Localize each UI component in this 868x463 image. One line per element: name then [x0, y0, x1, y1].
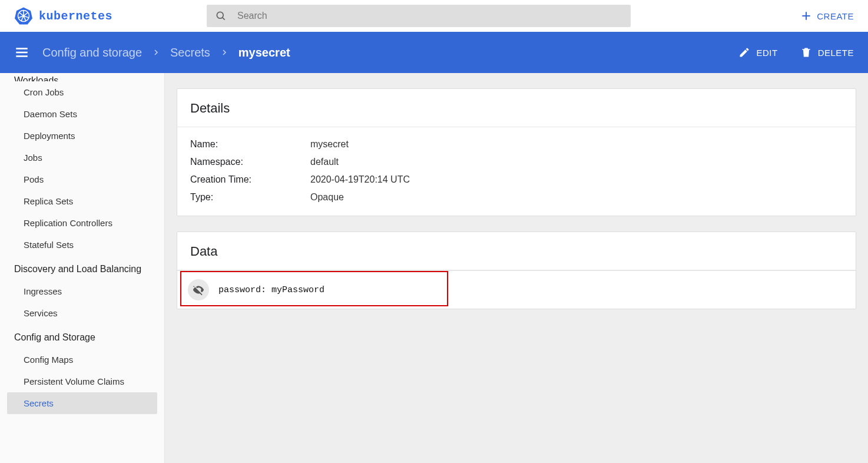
brand-text: kubernetes — [39, 9, 112, 23]
edit-label: EDIT — [756, 48, 777, 58]
svg-point-8 — [22, 15, 25, 17]
chevron-right-icon — [153, 49, 160, 56]
breadcrumb: Config and storage Secrets mysecret — [42, 46, 290, 59]
search-icon — [215, 10, 227, 22]
delete-label: DELETE — [818, 48, 854, 58]
details-key: Namespace: — [190, 157, 310, 167]
details-value: default — [310, 157, 339, 167]
sidebar-item-deployments[interactable]: Deployments — [0, 125, 164, 147]
create-label: CREATE — [817, 11, 854, 21]
details-key: Name: — [190, 139, 310, 150]
details-row: Type:Opaque — [190, 188, 843, 206]
sidebar-group-title: Workloads — [0, 73, 164, 81]
details-rows: Name:mysecretNamespace:defaultCreation T… — [177, 127, 856, 216]
action-buttons: EDIT DELETE — [738, 47, 854, 58]
details-row: Creation Time:2020-04-19T20:14 UTC — [190, 171, 843, 188]
sidebar-item-daemon-sets[interactable]: Daemon Sets — [0, 103, 164, 125]
kubernetes-wheel-icon — [14, 6, 33, 25]
svg-point-9 — [217, 12, 223, 18]
sidebar-item-config-maps[interactable]: Config Maps — [0, 349, 164, 371]
data-title: Data — [177, 232, 856, 270]
sidebar-item-persistent-volume-claims[interactable]: Persistent Volume Claims — [0, 371, 164, 392]
search-input[interactable] — [237, 11, 622, 21]
sidebar: WorkloadsCron JobsDaemon SetsDeployments… — [0, 73, 165, 463]
toggle-visibility-button[interactable] — [188, 279, 209, 300]
sidebar-item-ingresses[interactable]: Ingresses — [0, 280, 164, 302]
sidebar-item-cron-jobs[interactable]: Cron Jobs — [0, 81, 164, 103]
delete-button[interactable]: DELETE — [800, 47, 854, 58]
details-row: Name:mysecret — [190, 135, 843, 153]
sidebar-item-stateful-sets[interactable]: Stateful Sets — [0, 234, 164, 256]
data-entry-value: myPassword — [271, 285, 324, 295]
details-key: Type: — [190, 192, 310, 203]
details-row: Namespace:default — [190, 153, 843, 171]
create-button[interactable]: CREATE — [800, 10, 854, 22]
details-card: Details Name:mysecretNamespace:defaultCr… — [177, 88, 856, 216]
breadcrumb-kind[interactable]: Secrets — [170, 46, 210, 59]
breadcrumb-section[interactable]: Config and storage — [42, 46, 142, 59]
plus-icon — [800, 10, 812, 22]
details-value: Opaque — [310, 192, 344, 203]
svg-line-10 — [223, 18, 225, 20]
sidebar-group-title: Discovery and Load Balancing — [0, 256, 164, 280]
sidebar-item-secrets[interactable]: Secrets — [7, 392, 157, 414]
sidebar-item-replication-controllers[interactable]: Replication Controllers — [0, 212, 164, 234]
details-key: Creation Time: — [190, 174, 310, 185]
details-value: 2020-04-19T20:14 UTC — [310, 174, 410, 185]
data-card: Data password: myPassword — [177, 231, 856, 309]
data-entry: password: myPassword — [177, 270, 856, 309]
top-bar: kubernetes CREATE — [0, 0, 868, 32]
breadcrumb-current: mysecret — [238, 46, 290, 59]
sidebar-item-pods[interactable]: Pods — [0, 168, 164, 190]
hamburger-menu-icon[interactable] — [14, 45, 29, 60]
brand-logo[interactable]: kubernetes — [14, 6, 112, 25]
data-entry-text: password: myPassword — [218, 285, 324, 295]
chevron-right-icon — [221, 49, 228, 56]
pencil-icon — [738, 47, 750, 58]
sidebar-group-title: Config and Storage — [0, 324, 164, 349]
search-box[interactable] — [207, 5, 631, 27]
details-title: Details — [177, 89, 856, 127]
details-value: mysecret — [310, 139, 349, 150]
sidebar-item-services[interactable]: Services — [0, 302, 164, 324]
breadcrumb-bar: Config and storage Secrets mysecret EDIT… — [0, 32, 868, 73]
eye-off-icon — [192, 283, 205, 296]
main-content: Details Name:mysecretNamespace:defaultCr… — [165, 73, 868, 463]
data-entry-key: password: — [218, 285, 271, 295]
trash-icon — [800, 47, 812, 58]
sidebar-item-replica-sets[interactable]: Replica Sets — [0, 190, 164, 212]
sidebar-item-jobs[interactable]: Jobs — [0, 147, 164, 168]
edit-button[interactable]: EDIT — [738, 47, 777, 58]
